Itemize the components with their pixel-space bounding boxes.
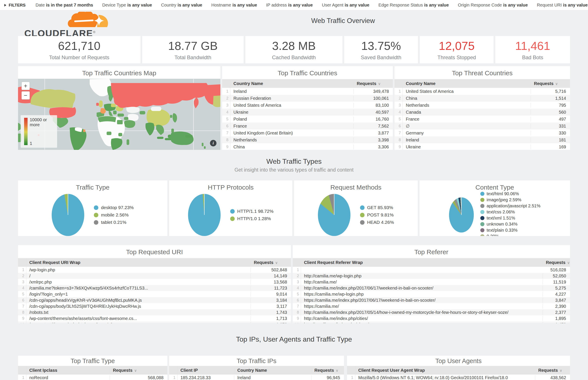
table-row: 5https://camilia.me/wp-login.php4,227 [293, 291, 570, 297]
filter-item[interactable]: IP addressis any value [266, 3, 313, 7]
table-cell: 13,568 [251, 280, 291, 285]
table-cell: /wp-login.php [26, 267, 251, 272]
table-cell: 83,100 [354, 103, 393, 108]
legend-label: text/xml 1.51% [487, 216, 515, 221]
table-cell: 100,061 [354, 96, 393, 101]
table-cell: 2,390 [543, 304, 570, 309]
table-cell: China [403, 96, 531, 101]
legend-dot-icon [480, 192, 485, 196]
legend-dot-icon [480, 198, 485, 202]
legend-item[interactable]: unknown 0.34% [480, 222, 540, 227]
table-cell: https://camilia.me/ [301, 304, 543, 309]
legend-item[interactable]: mobile 2.56% [94, 212, 134, 218]
table-cell: 1,473 [543, 322, 570, 323]
sort-caret-icon[interactable]: ∨ [378, 82, 381, 86]
filters-toggle[interactable]: FILTERS [4, 3, 26, 8]
table-header: Client IpclassRequests∨ [18, 366, 167, 375]
table-row: 8/robots.txt1,743 [18, 309, 291, 315]
legend-dot-icon [230, 209, 235, 214]
legend-item[interactable]: desktop 97.23% [94, 205, 134, 210]
stat-card: 3.28 MBCached Bandwidth [245, 36, 343, 63]
filter-item[interactable]: User Agentis any value [322, 3, 369, 7]
table-cell: ∅ [403, 123, 531, 129]
column-header[interactable]: Requests∨ [543, 260, 570, 265]
table-cell: http://camilia.me/index.php/cities/ [301, 316, 543, 321]
table-cell: http://camilia.me/index.php/about/ [301, 322, 543, 323]
legend-item[interactable]: POST 9.81% [360, 212, 394, 218]
legend-item[interactable]: HTTP/1.1 98.72% [230, 209, 274, 214]
table-row: 9/wp-content/themes/ashe/assets/css/font… [18, 315, 291, 322]
filter-item[interactable]: Hostnameis any value [211, 3, 257, 7]
legend-item[interactable]: 0.20% [480, 234, 540, 236]
column-header[interactable]: Requests∨ [535, 368, 570, 373]
legend-item[interactable]: HTTP/1.0 1.28% [230, 216, 274, 221]
filter-item[interactable]: Edge Response Statusis any value [379, 3, 449, 7]
legend-item[interactable]: text/css 2.06% [480, 209, 540, 214]
map-zoom-in-button[interactable]: + [21, 82, 30, 90]
sort-caret-icon[interactable]: ∨ [567, 261, 570, 265]
column-header[interactable]: Requests∨ [311, 368, 344, 373]
legend-item[interactable]: GET 85.93% [360, 205, 394, 210]
column-header[interactable]: Requests∨ [531, 81, 570, 86]
top-traffic-countries-title: Top Traffic Countries [222, 66, 393, 79]
top-requested-uri-table: Client Request URI WrapRequests∨1/wp-log… [18, 258, 291, 323]
table-row: 6/cdn-cgi/apps/head/xVgyKhR-vV3dAUGhMqfB… [18, 297, 291, 303]
legend-dot-icon [480, 228, 485, 232]
sort-caret-icon[interactable]: ∨ [555, 82, 558, 86]
sort-caret-icon[interactable]: ∨ [336, 368, 338, 373]
table-cell: 52,050 [543, 273, 570, 279]
sort-caret-icon[interactable]: ∨ [560, 368, 562, 373]
table-row: 4Ukraine40,597 [222, 109, 393, 116]
table-cell: /camilia.me?token=s3+7k6XQvKwzp5/4XSs4rh… [26, 286, 251, 291]
legend-item[interactable]: HEAD 4.26% [360, 220, 394, 225]
sort-caret-icon[interactable]: ∨ [275, 261, 278, 265]
filter-item[interactable]: Countryis any value [161, 3, 202, 7]
legend-item[interactable]: image/jpeg 2.59% [480, 197, 540, 202]
top-threat-countries-title: Top Threat Countries [395, 66, 570, 79]
legend-item[interactable]: text/xml 1.51% [480, 216, 540, 221]
legend-dot-icon [480, 234, 485, 236]
column-header[interactable]: Requests∨ [251, 260, 291, 265]
legend-item[interactable]: text/html 90.06% [480, 191, 540, 196]
map-info-icon[interactable]: i [210, 140, 217, 146]
table-cell: 331 [531, 124, 570, 129]
column-header[interactable]: Requests∨ [354, 81, 393, 86]
table-row: 5/login/?login_only=19,014 [18, 291, 291, 297]
column-header[interactable]: Requests∨ [110, 368, 167, 373]
legend-label: HTTP/1.0 1.28% [237, 216, 271, 221]
table-row: 1Ireland349,478 [222, 88, 393, 95]
table-cell: 96,945 [311, 375, 344, 380]
top-traffic-ips-table: Client IPCountry NameRequests∨1185.234.2… [169, 366, 344, 380]
legend-item[interactable]: tablet 0.21% [94, 220, 134, 225]
table-cell: /xmlrpc.php [26, 280, 251, 285]
legend-dot-icon [480, 204, 485, 208]
table-cell: 1,743 [251, 310, 291, 315]
traffic-type-legend: desktop 97.23%mobile 2.56%tablet 0.21% [94, 205, 134, 225]
legend-dot-icon [480, 216, 485, 220]
table-row: 2China1,514 [395, 95, 570, 102]
top-traffic-type-title: Top Traffic Type [18, 356, 167, 366]
table-cell: France [230, 124, 354, 129]
table-row: 7Germany330 [395, 130, 570, 136]
table-cell: http://camilia.me/ [301, 280, 543, 285]
filter-item[interactable]: Device Typeis any value [102, 3, 152, 7]
table-cell: 1,713 [251, 316, 291, 321]
top-traffic-countries-panel: Top Traffic Countries Country NameReques… [222, 66, 393, 150]
legend-dot-icon [360, 213, 365, 217]
legend-label: text/plain 0.33% [487, 228, 517, 233]
table-row: 6France7,562 [222, 123, 393, 130]
world-map[interactable]: + − 10000 or more 1 i [18, 79, 220, 150]
top-user-agents-table: Client Request User Agent WrapRequests∨1… [347, 366, 570, 380]
filter-item[interactable]: Origin Response Codeis any value [458, 3, 528, 7]
map-zoom-out-button[interactable]: − [21, 91, 30, 99]
stat-label: Cached Bandwidth [272, 55, 316, 60]
legend-item[interactable]: text/plain 0.33% [480, 228, 540, 233]
legend-item[interactable]: application/javascript 2.51% [480, 203, 540, 209]
table-cell: http://camilia.me/index.php/2017/06/17/w… [301, 286, 543, 291]
request-methods-panel: Request Methods GET 85.93%POST 9.81%HEAD… [294, 180, 418, 236]
top-referer-title: Top Referer [293, 245, 570, 258]
table-row: 4Canada560 [395, 109, 570, 116]
sort-caret-icon[interactable]: ∨ [134, 368, 137, 373]
filter-item[interactable]: Dateis in the past 7 months [36, 3, 93, 7]
filter-item[interactable]: Request URIis any value [537, 3, 588, 7]
